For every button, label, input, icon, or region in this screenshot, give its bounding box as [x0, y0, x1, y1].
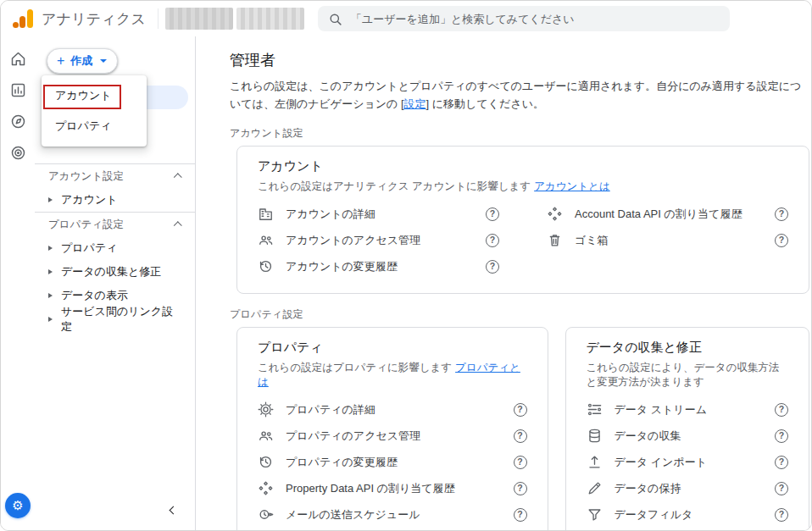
help-icon[interactable]: [514, 429, 527, 443]
card-subtitle: これらの設定はアナリティクス アカウントに影響しますアカウントとは: [258, 180, 788, 194]
help-icon[interactable]: [514, 403, 527, 417]
people-icon: [258, 428, 274, 444]
app-name: アナリティクス: [42, 9, 146, 29]
help-icon[interactable]: [775, 207, 788, 221]
plus-icon: +: [57, 54, 64, 68]
explore-icon: [9, 113, 27, 130]
schedule-send-icon: [258, 506, 274, 523]
help-icon[interactable]: [486, 234, 499, 247]
home-icon: [9, 50, 27, 68]
sidebar-item-label: データの収集と修正: [61, 264, 161, 279]
nav-reports-button[interactable]: [8, 81, 27, 100]
card-subtitle: これらの設定はプロパティに影響しますプロパティとは: [258, 361, 527, 390]
row-data-deletion-request[interactable]: データ削除リクエスト: [587, 528, 789, 530]
caret-down-icon: [100, 59, 107, 63]
nav-explore-button[interactable]: [8, 113, 27, 131]
sidebar-item-data-collection[interactable]: データの収集と修正: [35, 260, 195, 284]
collapse-sidebar-button[interactable]: [161, 498, 185, 522]
nav-admin-button[interactable]: ⚙: [5, 493, 31, 518]
help-icon[interactable]: [775, 508, 788, 522]
api-quota-icon: [258, 480, 274, 496]
menu-item-account[interactable]: アカウント: [42, 80, 147, 111]
card-subtitle: これらの設定により、データの収集方法と変更方法が決まります: [587, 361, 789, 390]
filter-icon: [587, 506, 603, 523]
sidebar-item-account[interactable]: アカウント: [35, 188, 195, 212]
divider: [158, 8, 159, 29]
create-button[interactable]: + 作成: [47, 48, 118, 74]
analytics-logo[interactable]: [13, 9, 33, 28]
row-trash-can[interactable]: ゴミ箱: [547, 227, 788, 253]
nav-home-button[interactable]: [8, 50, 27, 69]
help-icon[interactable]: [514, 482, 527, 495]
help-icon[interactable]: [775, 429, 788, 443]
help-icon[interactable]: [775, 456, 788, 469]
row-property-data-api-quota[interactable]: Property Data API の割り当て履歴: [258, 475, 527, 501]
reports-icon: [9, 81, 27, 99]
row-account-access-management[interactable]: アカウントのアクセス管理: [258, 227, 499, 253]
redacted-block: [236, 8, 304, 30]
chevron-right-icon: [48, 317, 53, 322]
row-property-change-history[interactable]: プロパティの変更履歴: [258, 449, 527, 475]
row-property-details[interactable]: プロパティの詳細: [258, 396, 527, 423]
logo-dot: [13, 22, 19, 28]
people-icon: [258, 232, 274, 248]
sidebar-item-label: サービス間のリンク設定: [61, 304, 181, 335]
account-card-columns: アカウントの詳細 アカウントのアクセス管理 アカウントの変更履歴: [258, 201, 788, 279]
import-icon: [587, 454, 603, 470]
row-data-streams[interactable]: データ ストリーム: [587, 396, 789, 423]
help-icon[interactable]: [775, 482, 788, 495]
nav-advertising-button[interactable]: [8, 144, 27, 163]
redacted-block: [165, 8, 233, 30]
account-card: アカウント これらの設定はアナリティクス アカウントに影響しますアカウントとは …: [236, 146, 809, 294]
search-bar[interactable]: [318, 6, 730, 31]
help-icon[interactable]: [775, 403, 788, 417]
stream-icon: [587, 401, 603, 418]
row-account-details[interactable]: アカウントの詳細: [258, 201, 499, 227]
data-collection-card: データの収集と修正 これらの設定により、データの収集方法と変更方法が決まります …: [565, 327, 810, 530]
create-button-label: 作成: [70, 53, 92, 69]
logo-bar-tall: [27, 9, 33, 28]
help-icon[interactable]: [514, 456, 527, 469]
search-icon: [328, 12, 342, 26]
help-icon[interactable]: [514, 508, 527, 522]
admin-gear-icon: ⚙: [12, 498, 23, 513]
sidebar-item-label: アカウント: [61, 192, 118, 207]
row-account-change-history[interactable]: アカウントの変更履歴: [258, 253, 499, 279]
sidebar-item-property[interactable]: プロパティ: [35, 236, 195, 260]
row-property-access-management[interactable]: プロパティのアクセス管理: [258, 423, 527, 449]
sidebar-item-label: データの表示: [61, 288, 128, 303]
left-rail: ⚙: [1, 36, 35, 530]
row-data-retention[interactable]: データの保持: [587, 475, 789, 501]
menu-item-property[interactable]: プロパティ: [42, 111, 147, 141]
advertising-icon: [9, 144, 27, 162]
row-intelligence-search-history[interactable]: アナリティクス インテリジェンスの検索履歴: [258, 528, 527, 530]
database-icon: [587, 428, 603, 444]
section-label-account-settings: アカウント設定: [230, 126, 809, 141]
data-card-rows: データ ストリーム データの収集 データ インポート: [587, 396, 789, 530]
history-icon: [258, 258, 274, 274]
row-data-collection[interactable]: データの収集: [587, 423, 789, 449]
settings-link[interactable]: 設定: [404, 97, 426, 110]
intro-after: ] に移動してください。: [426, 97, 544, 110]
card-title: アカウント: [258, 158, 788, 174]
card-title: プロパティ: [258, 340, 527, 356]
sidebar-item-service-links[interactable]: サービス間のリンク設定: [35, 307, 195, 331]
create-dropdown-menu: アカウント プロパティ: [42, 75, 147, 147]
account-card-right-column: Account Data API の割り当て履歴 ゴミ箱: [547, 201, 788, 279]
row-email-schedule[interactable]: メールの送信スケジュール: [258, 501, 527, 528]
chevron-up-icon: [174, 173, 182, 181]
help-icon[interactable]: [775, 234, 788, 247]
help-icon[interactable]: [486, 207, 499, 221]
search-input[interactable]: [351, 13, 720, 25]
gear-icon: [258, 401, 274, 418]
help-icon[interactable]: [486, 260, 499, 274]
sidebar-item-label: プロパティ: [61, 241, 118, 256]
sidebar-section-account-settings[interactable]: アカウント設定: [35, 164, 195, 188]
row-data-filter[interactable]: データフィルタ: [587, 501, 789, 528]
row-account-data-api-quota[interactable]: Account Data API の割り当て履歴: [547, 201, 788, 227]
row-data-import[interactable]: データ インポート: [587, 449, 789, 475]
account-card-left-column: アカウントの詳細 アカウントのアクセス管理 アカウントの変更履歴: [258, 201, 499, 279]
intro-text: これらの設定は、このアカウントとプロパティのすべてのユーザーに適用されます。自分…: [230, 77, 803, 113]
account-help-link[interactable]: アカウントとは: [534, 180, 610, 192]
sidebar-section-property-settings[interactable]: プロパティ設定: [35, 213, 195, 236]
